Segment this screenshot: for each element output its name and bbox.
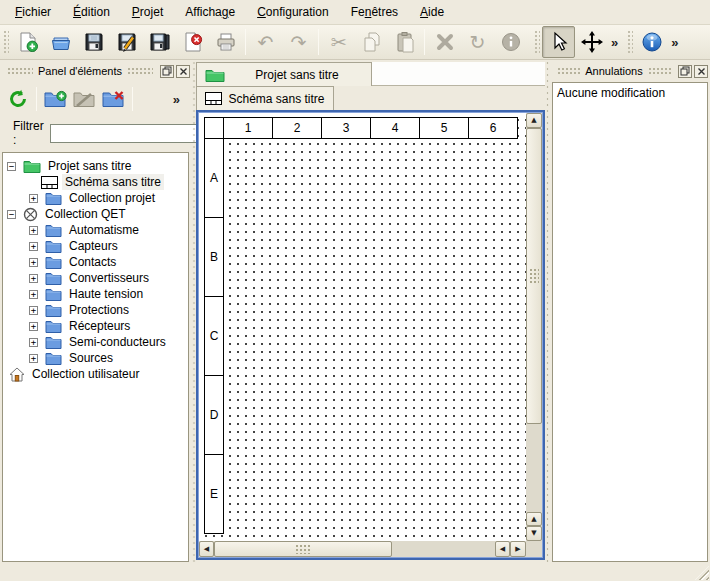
horizontal-scroll-thumb[interactable] xyxy=(214,541,392,557)
horizontal-scrollbar[interactable]: ◀ ◀ ▶ xyxy=(199,541,526,557)
elements-panel-titlebar[interactable]: Panel d'éléments xyxy=(2,62,190,80)
save-all-button[interactable] xyxy=(143,26,176,58)
undo-dock-titlebar[interactable]: Annulations xyxy=(552,62,708,80)
delete-folder-icon xyxy=(102,90,125,109)
elements-panel-dock: Panel d'éléments xyxy=(0,60,192,562)
toolbar-drag-handle[interactable] xyxy=(533,29,540,55)
tree-item-projet-sans-titre[interactable]: −Projet sans titre xyxy=(3,158,188,174)
vertical-scroll-thumb[interactable] xyxy=(526,128,542,424)
scroll-left-button[interactable]: ◀ xyxy=(199,541,214,557)
expand-toggle[interactable]: + xyxy=(29,194,38,203)
tab-project[interactable]: Projet sans titre xyxy=(196,62,372,86)
menu-fichier[interactable]: Fichier xyxy=(4,1,62,23)
new-folder-icon xyxy=(44,90,67,109)
delete-category-button[interactable] xyxy=(99,85,128,114)
scroll-down-button[interactable]: ▼ xyxy=(526,526,542,541)
toolbar-drag-handle[interactable] xyxy=(2,29,9,55)
panel-overflow-chevron[interactable]: » xyxy=(170,93,183,106)
rotate-button[interactable]: ↻ xyxy=(461,26,494,58)
project-tab-label: Projet sans titre xyxy=(231,68,363,82)
menu-edition[interactable]: Édition xyxy=(62,1,121,23)
print-button[interactable] xyxy=(209,26,242,58)
delete-button[interactable] xyxy=(428,26,461,58)
redo-button[interactable]: ↷ xyxy=(282,26,315,58)
expand-toggle[interactable]: + xyxy=(29,242,38,251)
menu-configuration[interactable]: Configuration xyxy=(246,1,340,23)
tree-item-contacts[interactable]: +Contacts xyxy=(3,254,188,270)
project-info-button[interactable] xyxy=(635,26,668,58)
menu-affichage[interactable]: Affichage xyxy=(174,1,246,23)
expand-toggle[interactable]: + xyxy=(29,354,38,363)
tree-item-automatisme[interactable]: +Automatisme xyxy=(3,222,188,238)
save-button[interactable] xyxy=(77,26,110,58)
tree-item-recepteurs[interactable]: +Récepteurs xyxy=(3,318,188,334)
scroll-left-button[interactable]: ◀ xyxy=(495,541,510,557)
paste-button[interactable] xyxy=(388,26,421,58)
toolbar-drag-handle[interactable] xyxy=(626,29,633,55)
toolbar-overflow-chevron[interactable]: » xyxy=(608,36,621,49)
tree-item-protections[interactable]: +Protections xyxy=(3,302,188,318)
expand-toggle[interactable]: + xyxy=(29,226,38,235)
close-panel-button[interactable] xyxy=(694,65,708,78)
close-file-button[interactable] xyxy=(176,26,209,58)
vertical-scrollbar[interactable]: ▲ ▲ ▼ xyxy=(526,113,542,541)
expand-toggle[interactable]: + xyxy=(29,306,38,315)
scroll-up-button[interactable]: ▲ xyxy=(526,113,542,128)
cut-button[interactable]: ✂ xyxy=(322,26,355,58)
tree-item-haute-tension[interactable]: +Haute tension xyxy=(3,286,188,302)
scroll-up-button[interactable]: ▲ xyxy=(526,512,542,526)
edit-category-button[interactable] xyxy=(70,85,99,114)
expand-toggle[interactable]: + xyxy=(29,290,38,299)
reload-collections-button[interactable] xyxy=(3,85,32,114)
float-panel-button[interactable] xyxy=(678,65,692,78)
resize-grip[interactable] xyxy=(695,566,709,580)
expand-toggle[interactable]: + xyxy=(29,322,38,331)
thumb-grip xyxy=(529,268,539,284)
tree-item-collection-projet[interactable]: +Collection projet xyxy=(3,190,188,206)
menu-projet[interactable]: Projet xyxy=(121,1,174,23)
collapse-toggle[interactable]: − xyxy=(7,162,16,171)
tree-item-collection-utilisateur[interactable]: Collection utilisateur xyxy=(3,366,188,382)
tree-item-collection-qet[interactable]: −Collection QET xyxy=(3,206,188,222)
edit-folder-icon xyxy=(73,90,96,109)
folder-icon xyxy=(45,224,62,237)
expand-toggle[interactable]: + xyxy=(29,338,38,347)
open-button[interactable] xyxy=(44,26,77,58)
expand-toggle[interactable]: + xyxy=(29,258,38,267)
tree-item-label: Convertisseurs xyxy=(66,270,152,286)
tree-item-semi-conducteurs[interactable]: +Semi-conducteurs xyxy=(3,334,188,350)
toolbar-overflow-chevron[interactable]: » xyxy=(668,36,681,49)
tree-item-sources[interactable]: +Sources xyxy=(3,350,188,366)
copy-button[interactable] xyxy=(355,26,388,58)
tree-item-label: Protections xyxy=(66,302,132,318)
project-folder-icon xyxy=(23,160,41,173)
selection-mode-button[interactable] xyxy=(542,26,575,58)
tab-schema[interactable]: Schéma sans titre xyxy=(196,86,334,110)
undo-history-item[interactable]: Aucune modification xyxy=(554,84,706,102)
tree-item-convertisseurs[interactable]: +Convertisseurs xyxy=(3,270,188,286)
pan-mode-button[interactable] xyxy=(575,26,608,58)
diagram-canvas[interactable]: 123456 ABCDE xyxy=(199,113,526,541)
undo-button[interactable]: ↶ xyxy=(249,26,282,58)
filter-input[interactable] xyxy=(50,124,213,143)
undo-history-list[interactable]: Aucune modification xyxy=(552,82,708,562)
scrollbar-corner xyxy=(526,541,542,557)
collapse-toggle[interactable]: − xyxy=(7,210,16,219)
float-panel-button[interactable] xyxy=(160,65,174,78)
cursor-arrow-icon xyxy=(548,31,570,53)
tree-item-capteurs[interactable]: +Capteurs xyxy=(3,238,188,254)
menu-fenetres[interactable]: Fenêtres xyxy=(340,1,409,23)
element-info-button[interactable] xyxy=(494,26,527,58)
expand-toggle[interactable]: + xyxy=(29,274,38,283)
new-project-button[interactable] xyxy=(11,26,44,58)
scroll-right-button[interactable]: ▶ xyxy=(510,541,526,557)
restore-icon xyxy=(162,66,172,76)
tree-item-label: Capteurs xyxy=(66,238,121,254)
new-category-button[interactable] xyxy=(41,85,70,114)
tree-item-label: Haute tension xyxy=(66,286,146,302)
menu-aide[interactable]: Aide xyxy=(409,1,455,23)
close-panel-button[interactable] xyxy=(176,65,190,78)
schema-tabbar: Schéma sans titre xyxy=(196,86,545,110)
save-as-button[interactable] xyxy=(110,26,143,58)
tree-item-schema-sans-titre[interactable]: Schéma sans titre xyxy=(3,174,188,190)
